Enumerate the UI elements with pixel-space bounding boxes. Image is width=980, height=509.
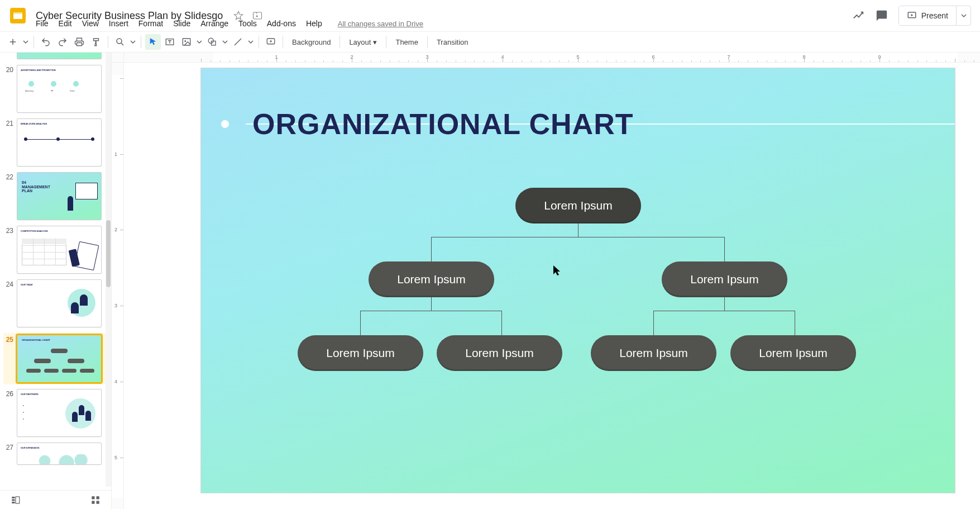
svg-rect-13 xyxy=(12,502,15,503)
present-icon xyxy=(907,11,917,21)
separator xyxy=(340,36,340,48)
ruler-corner xyxy=(112,53,124,63)
separator xyxy=(283,36,283,48)
thumb-title: BREAK-EVEN ANALYSIS xyxy=(21,122,47,125)
connector[interactable] xyxy=(653,311,795,311)
transition-button[interactable]: Transition xyxy=(431,34,474,50)
shape-caret[interactable] xyxy=(221,34,229,50)
print-button[interactable] xyxy=(71,34,87,50)
image-tool[interactable] xyxy=(179,34,194,50)
menu-addons[interactable]: Add-ons xyxy=(262,18,300,29)
menu-tools[interactable]: Tools xyxy=(234,18,261,29)
filmstrip-scrollbar[interactable] xyxy=(106,53,111,487)
org-node-level2-b[interactable]: Lorem Ipsum xyxy=(662,261,787,297)
new-slide-caret[interactable] xyxy=(22,34,30,50)
layout-button[interactable]: Layout▾ xyxy=(343,34,383,50)
slide-thumb-27[interactable]: OUR EXPANSION xyxy=(17,443,102,465)
org-node-level3-c[interactable]: Lorem Ipsum xyxy=(591,335,716,371)
slide-number: 25 xyxy=(3,335,17,344)
menu-file[interactable]: File xyxy=(31,18,53,29)
slide-title[interactable]: ORGANIZATIONAL CHART xyxy=(252,107,633,141)
zoom-button[interactable] xyxy=(112,34,128,50)
thumb-title: ADVERTISING AND PROMOTION xyxy=(21,69,56,72)
connector[interactable] xyxy=(431,297,432,311)
select-tool[interactable] xyxy=(145,34,161,50)
connector[interactable] xyxy=(501,311,502,335)
slide-thumb-26[interactable]: OUR PARTNERS xyxy=(17,389,102,437)
connector[interactable] xyxy=(578,223,579,237)
paint-format-button[interactable] xyxy=(88,34,104,50)
line-caret[interactable] xyxy=(247,34,255,50)
line-tool[interactable] xyxy=(230,34,246,50)
connector[interactable] xyxy=(795,311,795,335)
menu-view[interactable]: View xyxy=(78,18,103,29)
undo-button[interactable] xyxy=(38,34,54,50)
org-node-level2-a[interactable]: Lorem Ipsum xyxy=(369,261,494,297)
slide-number: 21 xyxy=(3,118,17,127)
menu-help[interactable]: Help xyxy=(302,18,327,29)
svg-rect-18 xyxy=(97,501,99,503)
filmstrip-view-icon[interactable] xyxy=(10,494,21,506)
svg-rect-6 xyxy=(183,39,190,45)
image-caret[interactable] xyxy=(195,34,203,50)
canvas-area[interactable]: 123456789 12345 ORGANIZATIONAL CHART xyxy=(112,53,980,509)
connector[interactable] xyxy=(360,311,361,335)
slide-thumb-22[interactable]: 04MANAGEMENTPLAN xyxy=(17,172,102,220)
toolbar: Background Layout▾ Theme Transition xyxy=(0,31,980,53)
theme-button[interactable]: Theme xyxy=(390,34,423,50)
thumb-title: OUR PARTNERS xyxy=(21,393,39,396)
menu-format[interactable]: Format xyxy=(134,18,168,29)
present-button[interactable]: Present xyxy=(899,6,956,25)
slide-thumb-21[interactable]: BREAK-EVEN ANALYSIS xyxy=(17,118,102,167)
ruler-vertical: 12345 xyxy=(112,63,124,509)
svg-rect-12 xyxy=(12,499,15,501)
svg-rect-17 xyxy=(92,501,94,503)
background-button[interactable]: Background xyxy=(286,34,336,50)
menu-arrange[interactable]: Arrange xyxy=(196,18,233,29)
zoom-caret[interactable] xyxy=(129,34,137,50)
activity-icon[interactable] xyxy=(852,9,865,22)
connector[interactable] xyxy=(724,237,725,261)
save-status[interactable]: All changes saved in Drive xyxy=(338,20,423,28)
separator xyxy=(34,36,34,48)
menu-insert[interactable]: Insert xyxy=(104,18,133,29)
textbox-tool[interactable] xyxy=(162,34,178,50)
ruler-horizontal: 123456789 xyxy=(124,53,980,63)
grid-view-icon[interactable] xyxy=(90,494,101,506)
connector[interactable] xyxy=(653,311,654,335)
svg-rect-16 xyxy=(97,496,99,499)
title-dot xyxy=(221,120,229,128)
connector[interactable] xyxy=(360,311,502,311)
org-node-level3-d[interactable]: Lorem Ipsum xyxy=(730,335,856,371)
org-node-level3-a[interactable]: Lorem Ipsum xyxy=(298,335,423,371)
slide-thumb[interactable] xyxy=(17,53,102,59)
redo-button[interactable] xyxy=(55,34,70,50)
slide-canvas[interactable]: ORGANIZATIONAL CHART Lorem Ipsum Lorem I… xyxy=(201,68,955,493)
connector[interactable] xyxy=(724,297,725,311)
scrollbar-thumb[interactable] xyxy=(106,220,111,287)
present-split-button: Present xyxy=(898,6,971,26)
slide-number: 20 xyxy=(3,65,17,74)
menu-slide[interactable]: Slide xyxy=(169,18,195,29)
comment-tool[interactable] xyxy=(263,34,279,50)
org-node-level3-b[interactable]: Lorem Ipsum xyxy=(437,335,562,371)
shape-tool[interactable] xyxy=(204,34,220,50)
comments-icon[interactable] xyxy=(875,9,888,22)
slide-thumb-24[interactable]: OUR TEAM xyxy=(17,279,102,327)
thumb-title: OUR EXPANSION xyxy=(21,446,39,449)
slide-thumb-20[interactable]: ADVERTISING AND PROMOTION Advertising PR… xyxy=(17,65,102,113)
separator xyxy=(259,36,259,48)
slide-thumb-25[interactable]: ORGANIZATIONAL CHART xyxy=(17,335,102,383)
present-label: Present xyxy=(921,11,948,20)
slide-number: 26 xyxy=(3,389,17,398)
separator xyxy=(108,36,108,48)
thumb-title: OUR TEAM xyxy=(21,283,32,286)
slide-thumb-23[interactable]: COMPETITION ANALYSIS xyxy=(17,226,102,274)
menubar: File Edit View Insert Format Slide Arran… xyxy=(0,18,423,29)
org-node-root[interactable]: Lorem Ipsum xyxy=(515,188,641,223)
connector[interactable] xyxy=(431,237,725,237)
connector[interactable] xyxy=(431,237,432,261)
present-caret[interactable] xyxy=(956,6,971,25)
menu-edit[interactable]: Edit xyxy=(54,18,77,29)
new-slide-button[interactable] xyxy=(5,34,21,50)
